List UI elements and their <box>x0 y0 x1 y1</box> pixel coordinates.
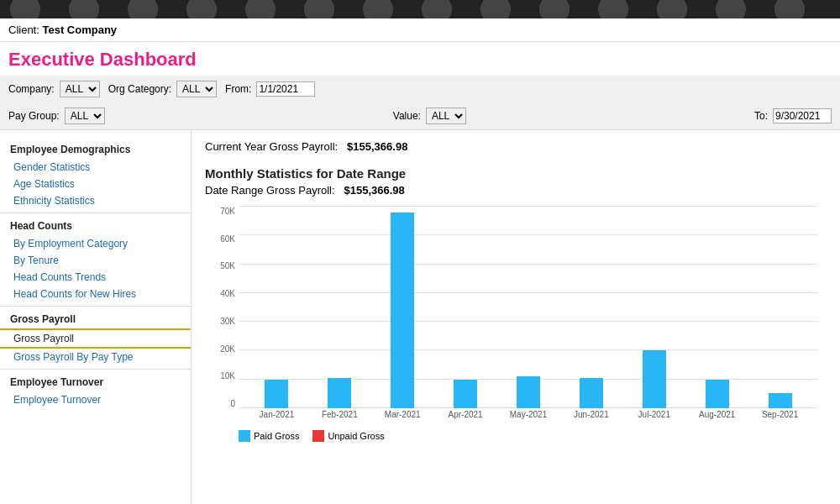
sidebar-section-header: Employee Turnover <box>0 369 191 391</box>
bar-group <box>371 213 434 408</box>
bar <box>517 376 540 408</box>
bar-group <box>308 378 371 408</box>
y-axis-label: 70K <box>220 207 235 216</box>
to-input[interactable] <box>773 108 832 123</box>
x-axis-label: Jul-2021 <box>622 410 685 419</box>
y-axis-label: 40K <box>220 289 235 298</box>
sidebar-item[interactable]: Gross Payroll <box>0 328 191 349</box>
y-axis-label: 10K <box>220 371 235 381</box>
y-axis-label: 20K <box>220 344 235 354</box>
content-area: Current Year Gross Payroll: $155,366.98 … <box>192 130 840 504</box>
sidebar-item[interactable]: Gross Payroll By Pay Type <box>0 349 191 365</box>
org-category-label: Org Category: <box>108 83 171 95</box>
bar-group <box>622 350 685 408</box>
legend-label: Unpaid Gross <box>328 431 384 441</box>
current-year-payroll: Current Year Gross Payroll: $155,366.98 <box>205 140 827 153</box>
date-range-payroll: Date Range Gross Payroll: $155,366.98 <box>205 184 827 197</box>
company-name: Test Company <box>42 24 117 36</box>
pay-group-label: Pay Group: <box>8 110 60 122</box>
legend-label: Paid Gross <box>254 431 299 441</box>
legend-item: Unpaid Gross <box>312 430 384 442</box>
client-bar: Client: Test Company <box>0 18 840 42</box>
bar-group <box>685 380 748 408</box>
chart-title: Monthly Statistics for Date Range <box>205 166 827 181</box>
y-axis-label: 50K <box>220 261 235 270</box>
date-range-value: $155,366.98 <box>344 184 404 197</box>
bar <box>328 378 351 408</box>
sidebar-item[interactable]: Employee Turnover <box>0 391 191 408</box>
sidebar-item[interactable]: By Employment Category <box>0 235 191 252</box>
bar <box>769 393 792 408</box>
bar <box>454 380 477 408</box>
x-axis-label: Jun-2021 <box>559 410 622 419</box>
chart-container: 010K20K30K40K50K60K70KJan-2021Feb-2021Ma… <box>205 207 827 442</box>
x-axis-label: Feb-2021 <box>308 410 371 419</box>
company-select[interactable]: ALL <box>60 81 100 97</box>
sidebar-item[interactable]: By Tenure <box>0 252 191 269</box>
sidebar-item[interactable]: Head Counts Trends <box>0 269 191 286</box>
x-axis-label: Jan-2021 <box>245 410 308 419</box>
x-axis-label: Mar-2021 <box>371 410 434 419</box>
from-label: From: <box>225 83 251 95</box>
bar-group <box>748 393 811 408</box>
x-axis-label: Sep-2021 <box>748 410 811 419</box>
bar-group <box>434 380 497 408</box>
y-axis: 010K20K30K40K50K60K70K <box>205 207 239 408</box>
bar <box>265 380 288 408</box>
legend-item: Paid Gross <box>239 430 299 442</box>
from-input[interactable] <box>256 81 315 97</box>
bar <box>643 350 666 408</box>
company-label: Company: <box>8 83 55 95</box>
client-label: Client: <box>8 24 39 36</box>
y-axis-label: 30K <box>220 317 235 326</box>
sidebar-item[interactable]: Head Counts for New Hires <box>0 286 191 302</box>
bars-container <box>239 207 818 408</box>
sidebar-item[interactable]: Age Statistics <box>0 176 191 192</box>
bar <box>391 213 414 408</box>
org-category-select[interactable]: ALL <box>176 81 217 97</box>
value-select[interactable]: ALL <box>426 108 466 124</box>
bar-group <box>559 378 622 408</box>
value-label: Value: <box>393 110 421 122</box>
pay-group-select[interactable]: ALL <box>65 108 105 124</box>
y-axis-label: 60K <box>220 234 235 244</box>
sidebar-section-header: Gross Payroll <box>0 306 191 328</box>
x-axis-label: Aug-2021 <box>685 410 748 419</box>
sidebar-item[interactable]: Ethnicity Statistics <box>0 192 191 209</box>
sidebar: Employee DemographicsGender StatisticsAg… <box>0 130 192 504</box>
x-axis-label: May-2021 <box>497 410 560 419</box>
x-axis-label: Apr-2021 <box>434 410 497 419</box>
filter-bar: Company: ALL Org Category: ALL From: Pay… <box>0 76 840 130</box>
date-range-label: Date Range Gross Payroll: <box>205 184 335 197</box>
page-title: Executive Dashboard <box>0 42 840 76</box>
sidebar-section-header: Employee Demographics <box>0 137 191 159</box>
current-year-value: $155,366.98 <box>347 140 407 153</box>
bar-group <box>245 380 308 408</box>
chart-legend: Paid GrossUnpaid Gross <box>239 430 385 442</box>
legend-color-box <box>312 430 324 442</box>
current-year-label: Current Year Gross Payroll: <box>205 140 338 153</box>
bar <box>580 378 603 408</box>
bar <box>706 380 729 408</box>
x-axis-labels: Jan-2021Feb-2021Mar-2021Apr-2021May-2021… <box>239 410 818 419</box>
top-banner <box>0 0 840 18</box>
to-label: To: <box>754 110 768 122</box>
y-axis-label: 0 <box>230 399 235 408</box>
sidebar-section-header: Head Counts <box>0 213 191 235</box>
legend-color-box <box>239 430 250 442</box>
bar-group <box>497 376 560 408</box>
sidebar-item[interactable]: Gender Statistics <box>0 159 191 176</box>
